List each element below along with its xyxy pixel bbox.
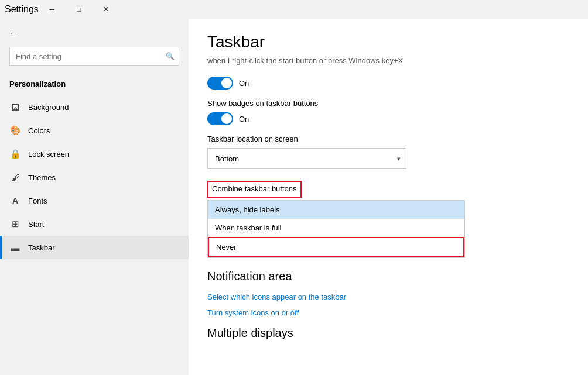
lock-screen-icon: 🔒 [9,148,21,160]
sidebar-item-label-taskbar: Taskbar [28,243,55,252]
combine-section: Combine taskbar buttons Always, hide lab… [207,181,569,258]
sidebar-item-label-lock-screen: Lock screen [28,150,69,159]
sidebar-section-title: Personalization [0,75,189,95]
close-button[interactable]: ✕ [93,0,119,19]
sidebar: ← 🔍 Personalization 🖼 Background 🎨 Color… [0,19,189,375]
sidebar-item-label-themes: Themes [28,173,56,182]
badges-label: Show badges on taskbar buttons [207,99,569,108]
dropdown-option-when-full[interactable]: When taskbar is full [208,219,464,237]
background-icon: 🖼 [9,101,21,113]
titlebar: Settings ─ □ ✕ [0,0,588,19]
sidebar-item-label-start: Start [28,220,44,229]
back-button[interactable]: ← [0,19,189,47]
sidebar-item-label-fonts: Fonts [28,197,47,205]
fonts-icon: A [9,195,21,207]
toggle2-row: On [207,112,569,125]
start-icon: ⊞ [9,218,21,230]
toggle2-label: On [239,115,249,123]
notification-section: Notification area Select which icons app… [207,270,569,317]
sidebar-search-container: 🔍 [9,47,179,66]
main-layout: ← 🔍 Personalization 🖼 Background 🎨 Color… [0,19,588,375]
sidebar-item-background[interactable]: 🖼 Background [0,95,189,119]
content-area: Taskbar when I right-click the start but… [189,19,588,375]
location-dropdown-container: Bottom Top Left Right ▾ [207,148,406,169]
sidebar-item-lock-screen[interactable]: 🔒 Lock screen [0,142,189,166]
dropdown-list: Always, hide labels When taskbar is full… [207,200,465,258]
page-subtitle: when I right-click the start button or p… [207,56,569,65]
sidebar-item-fonts[interactable]: A Fonts [0,189,189,212]
page-title: Taskbar [207,33,569,51]
search-icon: 🔍 [166,52,175,60]
location-label: Taskbar location on screen [207,135,569,143]
sidebar-item-label-background: Background [28,103,69,112]
sidebar-item-taskbar[interactable]: ▬ Taskbar [0,236,189,259]
combine-label: Combine taskbar buttons [212,184,297,193]
themes-icon: 🖌 [9,171,21,183]
sidebar-item-start[interactable]: ⊞ Start [0,212,189,236]
dropdown-option-never[interactable]: Never [208,237,464,257]
minimize-button[interactable]: ─ [39,0,66,19]
toggle1-row: On [207,77,569,90]
sidebar-item-colors[interactable]: 🎨 Colors [0,119,189,142]
colors-icon: 🎨 [9,125,21,136]
toggle2[interactable] [207,112,233,125]
select-icons-link[interactable]: Select which icons appear on the taskbar [207,293,569,301]
taskbar-icon: ▬ [9,242,21,253]
dropdown-option-always[interactable]: Always, hide labels [208,201,464,219]
back-arrow-icon: ← [9,28,18,37]
notification-title: Notification area [207,270,569,283]
multiple-displays-title: Multiple displays [207,326,569,340]
toggle1[interactable] [207,77,233,90]
sidebar-item-themes[interactable]: 🖌 Themes [0,166,189,189]
toggle1-label: On [239,79,249,88]
titlebar-controls: ─ □ ✕ [39,0,119,19]
maximize-button[interactable]: □ [66,0,93,19]
search-input[interactable] [9,47,179,66]
titlebar-title: Settings [5,4,39,15]
turn-system-icons-link[interactable]: Turn system icons on or off [207,308,569,317]
location-dropdown[interactable]: Bottom Top Left Right [207,148,406,169]
sidebar-item-label-colors: Colors [28,126,50,135]
